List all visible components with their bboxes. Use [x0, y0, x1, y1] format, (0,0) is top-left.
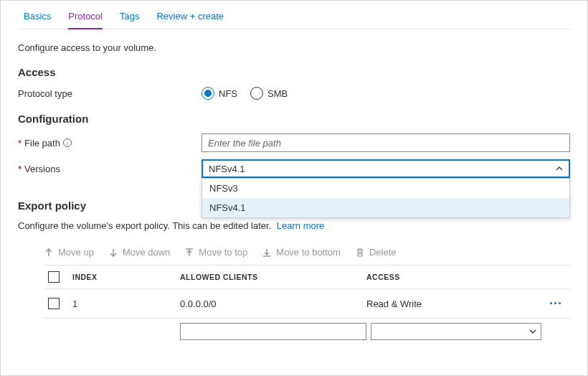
move-to-top-button[interactable]: Move to top: [184, 247, 247, 258]
radio-nfs[interactable]: NFS: [201, 87, 237, 100]
protocol-type-radios: NFS SMB: [201, 87, 570, 100]
arrow-down-icon: [108, 248, 118, 258]
row-access: Read & Write: [366, 299, 541, 309]
col-access: ACCESS: [366, 273, 541, 281]
move-down-button[interactable]: Move down: [108, 247, 170, 258]
required-star: *: [18, 138, 22, 149]
versions-dropdown[interactable]: NFSv4.1 NFSv3 NFSv4.1: [201, 159, 570, 178]
protocol-type-label: Protocol type: [18, 88, 201, 99]
page-subtitle: Configure access to your volume.: [18, 42, 570, 53]
trash-icon: [355, 248, 365, 258]
row-actions-button[interactable]: ···: [541, 301, 570, 306]
row-allowed-clients: 0.0.0.0/0: [180, 299, 366, 309]
col-index: INDEX: [72, 273, 180, 281]
radio-nfs-label: NFS: [219, 88, 237, 99]
version-option-nfsv41[interactable]: NFSv4.1: [202, 198, 569, 217]
row-checkbox[interactable]: [48, 298, 60, 309]
tab-tags[interactable]: Tags: [120, 11, 139, 29]
radio-circle-icon: [250, 87, 263, 100]
versions-label: Versions: [24, 164, 60, 174]
arrow-to-top-icon: [184, 248, 194, 258]
radio-circle-icon: [201, 87, 214, 100]
row-index: 1: [72, 299, 180, 309]
learn-more-link[interactable]: Learn more: [277, 220, 324, 231]
export-toolbar: Move up Move down Move to top Move to bo…: [18, 243, 570, 265]
tab-review-create[interactable]: Review + create: [156, 11, 224, 29]
export-policy-desc: Configure the volume's export policy. Th…: [18, 220, 570, 231]
file-path-input[interactable]: Enter the file path: [201, 133, 570, 152]
table-row: 1 0.0.0.0/0 Read & Write ···: [44, 289, 570, 319]
tab-basics[interactable]: Basics: [24, 11, 51, 29]
delete-button[interactable]: Delete: [355, 247, 397, 258]
tab-bar: Basics Protocol Tags Review + create: [18, 1, 570, 29]
radio-smb[interactable]: SMB: [250, 87, 288, 100]
new-access-select[interactable]: [371, 323, 541, 340]
chevron-up-icon: [556, 165, 563, 172]
info-icon[interactable]: i: [63, 138, 72, 147]
select-all-checkbox[interactable]: [48, 271, 60, 283]
required-star: *: [18, 164, 22, 174]
export-policy-table: INDEX ALLOWED CLIENTS ACCESS 1 0.0.0.0/0…: [44, 265, 570, 319]
configuration-heading: Configuration: [18, 113, 570, 125]
arrow-to-bottom-icon: [262, 248, 272, 258]
chevron-down-icon: [529, 328, 536, 335]
radio-smb-label: SMB: [267, 88, 288, 99]
versions-selected: NFSv4.1: [209, 164, 245, 174]
new-allowed-clients-input[interactable]: [180, 323, 366, 340]
access-heading: Access: [18, 66, 570, 78]
col-allowed-clients: ALLOWED CLIENTS: [180, 273, 366, 281]
tab-protocol[interactable]: Protocol: [68, 11, 103, 29]
move-up-button[interactable]: Move up: [44, 247, 94, 258]
move-to-bottom-button[interactable]: Move to bottom: [262, 247, 341, 258]
version-option-nfsv3[interactable]: NFSv3: [202, 179, 569, 198]
arrow-up-icon: [44, 248, 54, 258]
file-path-label: File path: [24, 138, 60, 149]
versions-dropdown-list: NFSv3 NFSv4.1: [201, 178, 570, 218]
